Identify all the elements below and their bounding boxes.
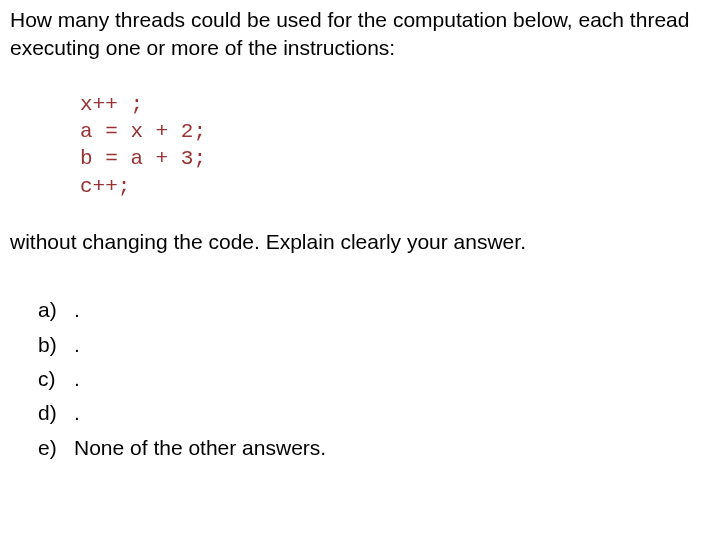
option-label: d) xyxy=(38,399,74,427)
option-text: . xyxy=(74,365,80,393)
code-line-4: c++; xyxy=(80,175,130,198)
option-label: c) xyxy=(38,365,74,393)
code-line-1: x++ ; xyxy=(80,93,143,116)
code-line-3: b = a + 3; xyxy=(80,147,206,170)
option-e: e) None of the other answers. xyxy=(38,434,710,462)
option-b: b) . xyxy=(38,331,710,359)
option-d: d) . xyxy=(38,399,710,427)
options-list: a) . b) . c) . d) . e) None of the other… xyxy=(38,296,710,462)
question-intro: How many threads could be used for the c… xyxy=(10,6,710,63)
option-text: . xyxy=(74,331,80,359)
option-text: . xyxy=(74,399,80,427)
option-label: b) xyxy=(38,331,74,359)
code-block: x++ ; a = x + 2; b = a + 3; c++; xyxy=(80,91,710,200)
option-text: None of the other answers. xyxy=(74,434,326,462)
option-text: . xyxy=(74,296,80,324)
option-label: a) xyxy=(38,296,74,324)
option-label: e) xyxy=(38,434,74,462)
page: How many threads could be used for the c… xyxy=(0,0,720,462)
question-outro: without changing the code. Explain clear… xyxy=(10,228,710,256)
option-a: a) . xyxy=(38,296,710,324)
code-line-2: a = x + 2; xyxy=(80,120,206,143)
option-c: c) . xyxy=(38,365,710,393)
